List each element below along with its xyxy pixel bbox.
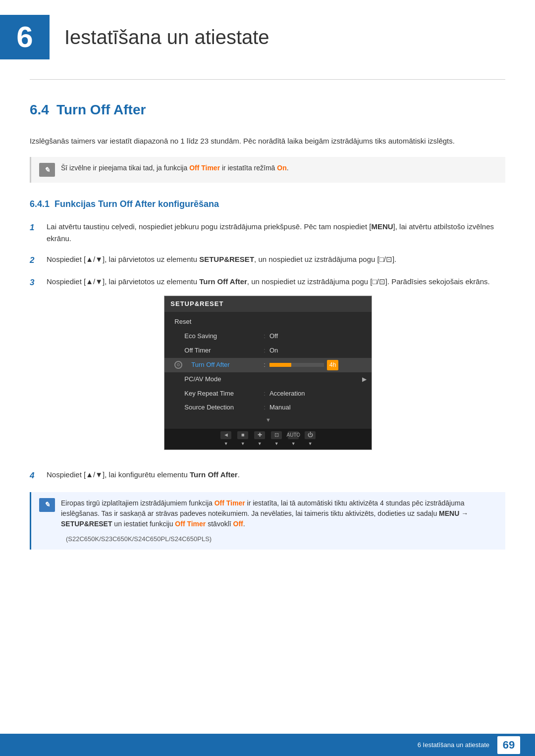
step-text-4: Nospiediet [▲/▼], lai konfigurētu elemen… xyxy=(47,469,240,481)
menu-controls: ◄ ▼ ■ ▼ ✚ ▼ ⊡ ▼ xyxy=(164,429,372,450)
section-heading: 6.4Turn Off After xyxy=(30,100,505,120)
step-2: 2 Nospiediet [▲/▼], lai pārvietotos uz e… xyxy=(30,253,505,267)
progress-label: 4h xyxy=(327,360,338,370)
chapter-number: 6 xyxy=(0,15,50,59)
subsection-heading: 6.4.1 Funkcijas Turn Off After konfigurē… xyxy=(30,198,505,211)
step-4: 4 Nospiediet [▲/▼], lai konfigurētu elem… xyxy=(30,469,505,482)
section-number: 6.4 xyxy=(30,102,49,117)
menu-item-pcav-mode: PC/AV Mode ▶ xyxy=(164,372,372,387)
menu-item-eco-saving: Eco Saving : Off xyxy=(164,329,372,344)
note-box-1: ✎ Šī izvēlne ir pieejama tikai tad, ja f… xyxy=(30,157,505,183)
progress-container: 4h xyxy=(269,360,338,370)
note-text-2: Eiropas tirgū izplatītajiem izstrādājumi… xyxy=(61,498,497,544)
step-1: 1 Lai atvērtu taustiņu ceļvedi, nospiedi… xyxy=(30,221,505,245)
header-divider xyxy=(30,79,505,80)
menu-screenshot: SETUP&RESET Reset Eco Saving : Off xyxy=(164,296,372,451)
chapter-title: Iestatīšana un atiestate xyxy=(64,22,269,52)
menu-item-key-repeat: Key Repeat Time : Acceleration xyxy=(164,387,372,401)
ctrl-enter: ⊡ ▼ xyxy=(271,431,282,447)
step-text-1: Lai atvērtu taustiņu ceļvedi, nospiediet… xyxy=(47,221,505,245)
steps-list: 1 Lai atvērtu taustiņu ceļvedi, nospiedi… xyxy=(30,221,505,482)
step-text-3: Nospiediet [▲/▼], lai pārvietotos uz ele… xyxy=(47,276,490,460)
step-number-2: 2 xyxy=(30,253,40,267)
step-number-4: 4 xyxy=(30,469,40,482)
menu-item-source-detection: Source Detection : Manual xyxy=(164,401,372,415)
menu-item-turn-off-after: ⚙ Turn Off After : 4h xyxy=(164,358,372,372)
scroll-indicator: ▼ xyxy=(164,415,372,426)
footer-page-number: 69 xyxy=(497,736,520,754)
menu-items-container: Reset Eco Saving : Off Off Timer : O xyxy=(164,312,372,429)
step-number-3: 3 xyxy=(30,276,40,289)
step-3: 3 Nospiediet [▲/▼], lai pārvietotos uz e… xyxy=(30,276,505,460)
gear-icon: ⚙ xyxy=(174,361,182,369)
menu-title: SETUP&RESET xyxy=(164,296,372,312)
progress-fill xyxy=(269,363,291,367)
page-footer: 6 Iestatīšana un atiestate 69 xyxy=(0,734,535,756)
note-icon-1: ✎ xyxy=(39,163,55,177)
menu-item-reset: Reset xyxy=(164,315,372,329)
step-number-1: 1 xyxy=(30,221,40,234)
main-content: 6.4Turn Off After Izslēgšanās taimers va… xyxy=(0,100,535,594)
step-text-2: Nospiediet [▲/▼], lai pārvietotos uz ele… xyxy=(47,253,396,265)
model-note: (S22C650K/S23C650K/S24C650PL/S24C650PLS) xyxy=(61,534,497,544)
footer-chapter-text: 6 Iestatīšana un atiestate xyxy=(418,740,489,750)
intro-text: Izslēgšanās taimers var iestatīt diapazo… xyxy=(30,135,505,147)
note-box-2: ✎ Eiropas tirgū izplatītajiem izstrādāju… xyxy=(30,492,505,550)
ctrl-power: ⏻ ▼ xyxy=(305,431,316,447)
ctrl-plus: ✚ ▼ xyxy=(254,431,265,447)
progress-bar xyxy=(269,363,324,367)
chapter-header: 6 Iestatīšana un atiestate xyxy=(0,0,535,69)
menu-item-off-timer: Off Timer : On xyxy=(164,344,372,358)
note-text-1: Šī izvēlne ir pieejama tikai tad, ja fun… xyxy=(61,163,289,173)
note-icon-2: ✎ xyxy=(39,498,55,512)
ctrl-black: ■ ▼ xyxy=(237,431,248,447)
arrow-icon: ▶ xyxy=(362,375,367,384)
ctrl-auto: AUTO ▼ xyxy=(288,431,299,447)
ctrl-back: ◄ ▼ xyxy=(220,431,231,447)
